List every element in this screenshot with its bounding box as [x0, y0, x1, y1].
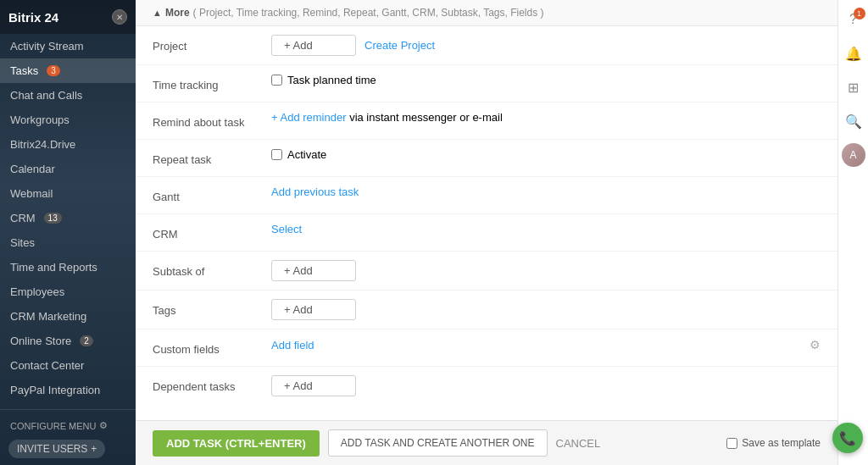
- sidebar-item-crm-marketing[interactable]: CRM Marketing: [0, 304, 136, 329]
- phone-icon: 📞: [839, 430, 856, 446]
- form-row-time-tracking: Time trackingTask planned time: [136, 65, 837, 102]
- checkbox-time-tracking[interactable]: [271, 75, 282, 86]
- sidebar-item-webmail[interactable]: Webmail: [0, 181, 136, 206]
- sidebar-footer: CONFIGURE MENU ⚙ INVITE USERS +: [0, 409, 136, 465]
- form-content: Project+ AddCreate ProjectTime trackingT…: [136, 26, 837, 420]
- link-gantt[interactable]: Add previous task: [271, 185, 359, 198]
- sidebar-item-label: CRM Marketing: [10, 310, 86, 323]
- help-icon-button[interactable]: ? 1: [841, 7, 866, 32]
- form-control-remind-about-task: + Add reminder via instant messenger or …: [271, 111, 821, 124]
- more-section-header: ▲ More ( Project, Time tracking, Remind,…: [136, 0, 837, 26]
- gear-icon-custom-fields[interactable]: ⚙: [810, 338, 821, 352]
- user-avatar: A: [842, 143, 865, 167]
- add-button-tags[interactable]: + Add: [271, 299, 356, 320]
- sidebar-item-employees[interactable]: Employees: [0, 280, 136, 304]
- form-row-dependent-tasks: Dependent tasks+ Add: [136, 367, 837, 405]
- search-icon-button[interactable]: 🔍: [841, 108, 866, 134]
- sidebar-item-online-store[interactable]: Online Store2: [0, 329, 136, 353]
- form-label-tags: Tags: [153, 299, 271, 317]
- form-row-subtask-of: Subtask of+ Add: [136, 252, 837, 291]
- form-row-remind-about-task: Remind about task+ Add reminder via inst…: [136, 102, 837, 140]
- sidebar: Bitrix 24 ✕ Activity StreamTasks3Chat an…: [0, 0, 136, 465]
- sidebar-item-label: CRM: [10, 212, 36, 224]
- notifications-icon-button[interactable]: 🔔: [841, 41, 866, 66]
- sidebar-item-chat-and-calls[interactable]: Chat and Calls: [0, 83, 136, 108]
- form-control-custom-fields: Add field⚙: [271, 338, 821, 352]
- sidebar-item-paypal-integration[interactable]: PayPal Integration: [0, 378, 136, 402]
- cancel-button[interactable]: CANCEL: [556, 437, 601, 450]
- form-label-time-tracking: Time tracking: [153, 74, 271, 91]
- checkbox-label-repeat-task: Activate: [287, 148, 326, 161]
- add-button-project[interactable]: + Add: [271, 35, 356, 56]
- form-label-repeat-task: Repeat task: [153, 148, 271, 166]
- avatar-button[interactable]: A: [841, 142, 866, 168]
- sidebar-item-sites[interactable]: Sites: [0, 230, 136, 255]
- invite-users-button[interactable]: INVITE USERS +: [8, 440, 105, 458]
- add-button-subtask-of[interactable]: + Add: [271, 260, 356, 281]
- add-button-dependent-tasks[interactable]: + Add: [271, 375, 356, 396]
- configure-menu-button[interactable]: CONFIGURE MENU ⚙: [8, 417, 127, 435]
- more-section-label[interactable]: More: [165, 7, 190, 19]
- checkbox-row-repeat-task: Activate: [271, 148, 326, 161]
- invite-users-label: INVITE USERS: [17, 443, 87, 455]
- search-icon: 🔍: [845, 113, 862, 130]
- help-badge: 1: [854, 8, 865, 19]
- sidebar-item-activity-stream[interactable]: Activity Stream: [0, 34, 136, 58]
- sidebar-item-label: Calendar: [10, 163, 55, 175]
- sidebar-item-label: Tasks: [10, 64, 38, 77]
- add-task-button[interactable]: ADD TASK (CTRL+ENTER): [153, 430, 320, 457]
- form-label-remind-about-task: Remind about task: [153, 111, 271, 129]
- more-collapse-arrow[interactable]: ▲: [153, 8, 162, 18]
- form-control-repeat-task: Activate: [271, 148, 821, 161]
- sidebar-item-crm[interactable]: CRM13: [0, 206, 136, 230]
- sidebar-item-calendar[interactable]: Calendar: [0, 157, 136, 181]
- phone-fab-button[interactable]: 📞: [832, 423, 863, 453]
- sidebar-item-more[interactable]: More...: [0, 402, 136, 409]
- link-crm[interactable]: Select: [271, 223, 302, 235]
- sidebar-item-label: PayPal Integration: [10, 384, 100, 396]
- form-label-custom-fields: Custom fields: [153, 338, 271, 356]
- sidebar-item-label: Employees: [10, 285, 64, 298]
- sidebar-item-workgroups[interactable]: Workgroups: [0, 108, 136, 132]
- sidebar-item-label: Time and Reports: [10, 261, 97, 274]
- sidebar-item-time-and-reports[interactable]: Time and Reports: [0, 255, 136, 280]
- form-row-project: Project+ AddCreate Project: [136, 26, 837, 65]
- sidebar-item-bitrix24-drive[interactable]: Bitrix24.Drive: [0, 132, 136, 157]
- remind-control: + Add reminder via instant messenger or …: [271, 111, 503, 124]
- plus-icon: +: [91, 443, 97, 455]
- sidebar-item-label: Chat and Calls: [10, 89, 82, 102]
- apps-icon-button[interactable]: ⊞: [841, 75, 866, 100]
- save-template-label: Save as template: [742, 437, 821, 449]
- form-row-crm: CRMSelect: [136, 214, 837, 252]
- sidebar-item-label: Webmail: [10, 187, 53, 200]
- link-project[interactable]: Create Project: [364, 39, 435, 52]
- sidebar-item-tasks[interactable]: Tasks3: [0, 58, 136, 83]
- sidebar-close-button[interactable]: ✕: [112, 9, 127, 25]
- form-row-tags: Tags+ Add: [136, 291, 837, 329]
- add-reminder-link[interactable]: + Add reminder: [271, 111, 347, 124]
- checkbox-label-time-tracking: Task planned time: [287, 74, 376, 86]
- form-label-gantt: Gantt: [153, 185, 271, 203]
- sidebar-item-label: Sites: [10, 236, 35, 249]
- add-task-and-another-button[interactable]: ADD TASK AND CREATE ANOTHER ONE: [328, 429, 548, 457]
- form-control-tags: + Add: [271, 299, 821, 320]
- save-template-checkbox[interactable]: [726, 438, 737, 449]
- form-row-gantt: GanttAdd previous task: [136, 177, 837, 214]
- sidebar-item-contact-center[interactable]: Contact Center: [0, 353, 136, 378]
- form-control-subtask-of: + Add: [271, 260, 821, 281]
- sidebar-badge: 3: [47, 65, 60, 76]
- form-control-project: + AddCreate Project: [271, 35, 821, 56]
- reminder-suffix: via instant messenger or e-mail: [347, 111, 503, 124]
- form-label-dependent-tasks: Dependent tasks: [153, 375, 271, 393]
- form-label-crm: CRM: [153, 223, 271, 241]
- sidebar-item-label: Bitrix24.Drive: [10, 138, 75, 151]
- form-label-subtask-of: Subtask of: [153, 260, 271, 278]
- checkbox-repeat-task[interactable]: [271, 149, 282, 160]
- sidebar-header: Bitrix 24 ✕: [0, 0, 136, 34]
- save-template-option: Save as template: [726, 437, 821, 449]
- right-panel: ? 1 🔔 ⊞ 🔍 A: [837, 0, 868, 465]
- sidebar-item-label: Online Store: [10, 335, 71, 347]
- grid-icon: ⊞: [848, 80, 859, 96]
- form-control-time-tracking: Task planned time: [271, 74, 821, 86]
- link-custom-fields[interactable]: Add field: [271, 339, 314, 352]
